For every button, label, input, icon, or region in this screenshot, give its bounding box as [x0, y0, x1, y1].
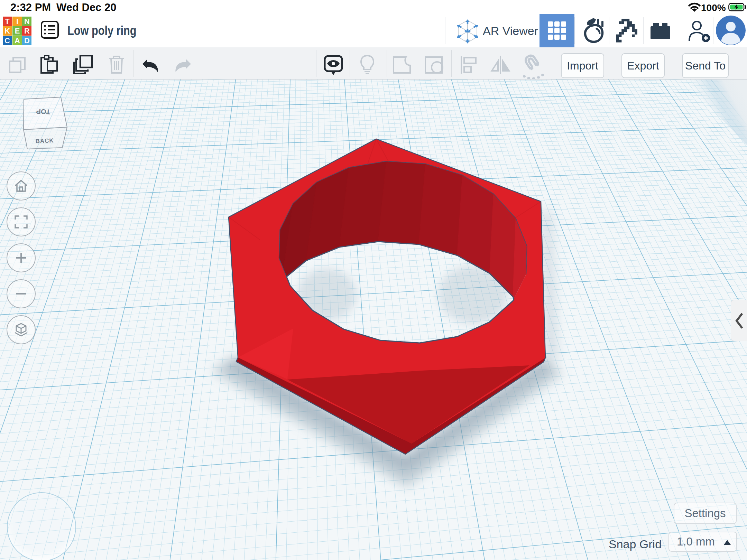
svg-text:D: D — [24, 36, 30, 45]
svg-text:A: A — [15, 36, 20, 45]
svg-text:E: E — [15, 27, 20, 35]
svg-text:K: K — [4, 27, 10, 35]
svg-text:T: T — [5, 17, 10, 26]
svg-text:R: R — [24, 27, 30, 35]
svg-text:N: N — [24, 17, 30, 26]
svg-text:C: C — [4, 36, 10, 45]
svg-text:BACK: BACK — [35, 137, 54, 144]
svg-text:I: I — [16, 17, 18, 26]
svg-text:TOP: TOP — [36, 108, 50, 116]
